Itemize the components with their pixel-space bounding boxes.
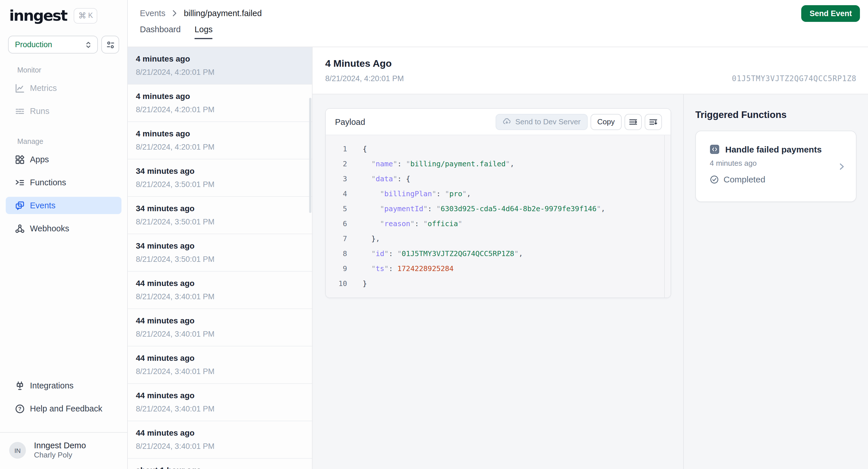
event-list-item[interactable]: 34 minutes ago8/21/2024, 3:50:01 PM bbox=[128, 234, 312, 272]
code-line: 8 "id": "01J5TMY3VJTZ2QG74QCC5RP1Z8", bbox=[326, 246, 671, 261]
sidebar-item-label: Webhooks bbox=[30, 224, 69, 233]
sidebar-spacer bbox=[0, 243, 127, 377]
copy-button[interactable]: Copy bbox=[590, 114, 622, 130]
sidebar-item-label: Apps bbox=[30, 155, 49, 164]
line-number: 10 bbox=[326, 276, 347, 291]
brand-row: inngest ⌘K bbox=[0, 0, 127, 24]
event-list-item[interactable]: 44 minutes ago8/21/2024, 3:40:01 PM bbox=[128, 309, 312, 346]
filters-icon bbox=[105, 40, 115, 49]
code-line: 2 "name": "billing/payment.failed", bbox=[326, 157, 671, 171]
event-list-item[interactable]: 4 minutes ago8/21/2024, 4:20:01 PM bbox=[128, 122, 312, 159]
app-window: inngest ⌘K Production MonitorMetricsRuns… bbox=[0, 0, 868, 469]
code-line: 7 }, bbox=[326, 231, 671, 246]
event-list-item[interactable]: 44 minutes ago8/21/2024, 3:40:01 PM bbox=[128, 346, 312, 384]
event-relative-time: 4 minutes ago bbox=[136, 54, 304, 64]
tab-bar: Dashboard Logs bbox=[128, 25, 868, 39]
environment-row: Production bbox=[0, 24, 127, 54]
triggered-function-card[interactable]: Handle failed payments 4 minutes ago Com… bbox=[695, 131, 857, 202]
sidebar-item-label: Integrations bbox=[30, 381, 74, 390]
code-line: 9 "ts": 1724228925284 bbox=[326, 261, 671, 276]
environment-selector[interactable]: Production bbox=[8, 36, 98, 54]
sidebar-item-integrations[interactable]: Integrations bbox=[6, 377, 121, 394]
event-relative-time: 44 minutes ago bbox=[136, 428, 304, 438]
sidebar-item-label: Metrics bbox=[30, 84, 57, 93]
word-wrap-button[interactable] bbox=[624, 114, 642, 130]
payload-json: 1{2 "name": "billing/payment.failed",3 "… bbox=[326, 142, 671, 291]
event-relative-time: 44 minutes ago bbox=[136, 353, 304, 363]
send-to-dev-server-button[interactable]: Send to Dev Server bbox=[496, 114, 587, 130]
sidebar-item-label: Functions bbox=[30, 178, 66, 187]
event-list-item[interactable]: 4 minutes ago8/21/2024, 4:20:01 PM bbox=[128, 85, 312, 122]
chevron-right-icon bbox=[172, 10, 178, 17]
event-list-item[interactable]: 34 minutes ago8/21/2024, 3:50:01 PM bbox=[128, 197, 312, 234]
line-number: 1 bbox=[326, 142, 347, 157]
sidebar-item-events[interactable]: Events bbox=[6, 197, 121, 214]
event-timestamp: 8/21/2024, 3:40:01 PM bbox=[136, 292, 304, 301]
function-status-label: Completed bbox=[723, 175, 765, 184]
event-detail-timestamp: 8/21/2024, 4:20:01 PM bbox=[325, 74, 404, 83]
sidebar-item-label: Events bbox=[30, 201, 56, 210]
code-line: 10} bbox=[326, 276, 671, 291]
code-line: 6 "reason": "officia" bbox=[326, 216, 671, 231]
sidebar-item-runs[interactable]: Runs bbox=[6, 102, 121, 120]
event-list-item[interactable]: 4 minutes ago8/21/2024, 4:20:01 PM bbox=[128, 47, 312, 85]
page-header: Events billing/payment.failed Dashboard … bbox=[128, 0, 868, 47]
breadcrumb-events-link[interactable]: Events bbox=[140, 9, 165, 18]
sidebar-item-webhooks[interactable]: Webhooks bbox=[6, 220, 121, 237]
event-relative-time: 4 minutes ago bbox=[136, 128, 304, 139]
event-id: 01J5TMY3VJTZ2QG74QCC5RP1Z8 bbox=[732, 74, 857, 83]
event-timestamp: 8/21/2024, 3:40:01 PM bbox=[136, 442, 304, 450]
environment-settings-button[interactable] bbox=[101, 36, 119, 54]
user-menu[interactable]: IN Inngest Demo Charly Poly bbox=[0, 433, 127, 469]
sidebar-item-apps[interactable]: Apps bbox=[6, 151, 121, 168]
send-event-button[interactable]: Send Event bbox=[802, 5, 860, 22]
chevron-right-icon bbox=[838, 162, 845, 171]
sidebar-footer: Integrations?Help and Feedback bbox=[0, 377, 127, 425]
code-scrollbar[interactable] bbox=[664, 135, 671, 298]
word-wrap-icon bbox=[628, 117, 638, 126]
chevron-up-down-icon bbox=[85, 40, 92, 49]
function-status: Completed bbox=[710, 175, 844, 184]
sidebar-section-label: Manage bbox=[0, 137, 127, 151]
code-line: 4 "billingPlan": "pro", bbox=[326, 186, 671, 201]
avatar: IN bbox=[9, 442, 26, 459]
event-timestamp: 8/21/2024, 3:40:01 PM bbox=[136, 405, 304, 413]
tab-dashboard[interactable]: Dashboard bbox=[140, 25, 181, 39]
main-column: Events billing/payment.failed Dashboard … bbox=[128, 0, 868, 469]
tab-logs[interactable]: Logs bbox=[194, 25, 213, 39]
sidebar-item-functions[interactable]: Functions bbox=[6, 174, 121, 191]
event-relative-time: 34 minutes ago bbox=[136, 241, 304, 251]
event-list-item[interactable]: 44 minutes ago8/21/2024, 3:40:01 PM bbox=[128, 272, 312, 309]
scroll-to-bottom-button[interactable] bbox=[645, 114, 662, 130]
environment-value: Production bbox=[15, 40, 52, 49]
event-list-item[interactable]: 44 minutes ago8/21/2024, 3:40:01 PM bbox=[128, 421, 312, 459]
sidebar-item-help-and-feedback[interactable]: ?Help and Feedback bbox=[6, 400, 121, 417]
event-list: 4 minutes ago8/21/2024, 4:20:01 PM4 minu… bbox=[128, 47, 313, 469]
sidebar-item-metrics[interactable]: Metrics bbox=[6, 80, 121, 97]
function-run-time: 4 minutes ago bbox=[710, 159, 844, 167]
line-number: 7 bbox=[326, 231, 347, 246]
payload-title: Payload bbox=[335, 117, 365, 126]
runs-icon bbox=[15, 106, 25, 116]
payload-card-header: Payload Send to Dev Server Copy bbox=[326, 109, 671, 135]
event-detail: 4 Minutes Ago 8/21/2024, 4:20:01 PM 01J5… bbox=[313, 47, 868, 469]
event-detail-title: 4 Minutes Ago bbox=[325, 58, 857, 70]
command-k-shortcut-button[interactable]: ⌘K bbox=[74, 8, 98, 23]
triggered-functions-heading: Triggered Functions bbox=[695, 110, 857, 120]
help-icon: ? bbox=[15, 404, 25, 413]
payload-actions: Send to Dev Server Copy bbox=[496, 114, 662, 130]
event-list-item[interactable]: about 1 hour ago bbox=[128, 459, 312, 469]
payload-zone: Payload Send to Dev Server Copy bbox=[313, 94, 684, 469]
integrations-icon bbox=[15, 381, 25, 390]
events-icon bbox=[15, 200, 25, 210]
event-list-item[interactable]: 34 minutes ago8/21/2024, 3:50:01 PM bbox=[128, 159, 312, 197]
event-list-scrollbar[interactable] bbox=[309, 98, 311, 213]
code-line: 1{ bbox=[326, 142, 671, 157]
breadcrumb: Events billing/payment.failed bbox=[128, 0, 868, 18]
event-relative-time: 44 minutes ago bbox=[136, 390, 304, 401]
event-list-item[interactable]: 44 minutes ago8/21/2024, 3:40:01 PM bbox=[128, 384, 312, 421]
apps-icon bbox=[15, 155, 25, 164]
event-relative-time: 4 minutes ago bbox=[136, 91, 304, 101]
sidebar-item-label: Runs bbox=[30, 106, 50, 116]
line-number: 3 bbox=[326, 171, 347, 186]
